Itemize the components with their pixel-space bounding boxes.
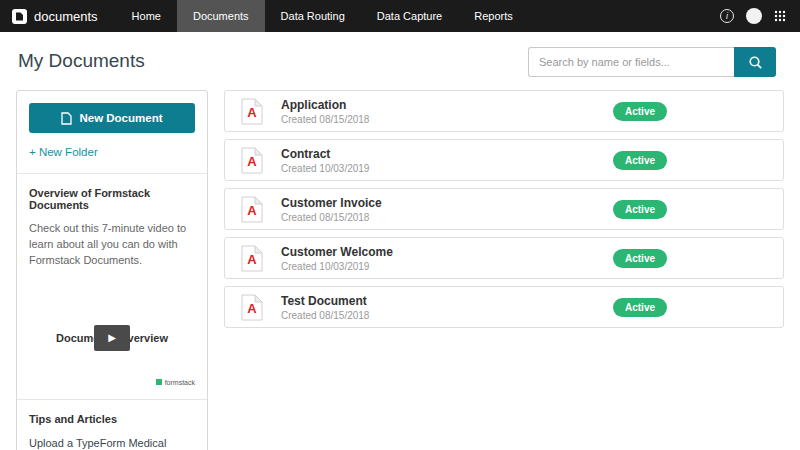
status-badge[interactable]: Active — [613, 249, 667, 268]
formstack-brand-label: formstack — [165, 379, 195, 386]
topnav-right: i — [720, 0, 800, 32]
pdf-icon: A — [241, 294, 263, 321]
document-created: Created 10/03/2019 — [281, 261, 393, 272]
document-info: Contract Created 10/03/2019 — [281, 147, 369, 174]
page-title: My Documents — [18, 50, 145, 72]
document-created: Created 10/03/2019 — [281, 163, 369, 174]
document-row[interactable]: A Customer Invoice Created 08/15/2018 Ac… — [224, 188, 784, 230]
document-name: Contract — [281, 147, 369, 161]
new-folder-link[interactable]: + New Folder — [29, 146, 98, 158]
new-document-button[interactable]: New Document — [29, 103, 195, 133]
new-document-label: New Document — [79, 112, 162, 124]
document-row[interactable]: A Application Created 08/15/2018 Active — [224, 90, 784, 132]
nav-items: Home Documents Data Routing Data Capture… — [116, 0, 529, 32]
search-icon — [748, 55, 763, 70]
overview-video: Documents Overview ▶ — [29, 305, 195, 371]
documents-logo-icon — [12, 9, 27, 24]
brand-label: documents — [34, 9, 98, 24]
new-document-icon — [61, 112, 72, 125]
nav-item-home[interactable]: Home — [116, 0, 177, 32]
pdf-icon: A — [241, 196, 263, 223]
search-bar — [528, 47, 776, 77]
status-badge[interactable]: Active — [613, 151, 667, 170]
document-row[interactable]: A Contract Created 10/03/2019 Active — [224, 139, 784, 181]
status-badge[interactable]: Active — [613, 102, 667, 121]
document-info: Application Created 08/15/2018 — [281, 98, 369, 125]
pdf-icon: A — [241, 245, 263, 272]
nav-item-data-routing[interactable]: Data Routing — [265, 0, 361, 32]
sidebar: New Document + New Folder Overview of Fo… — [16, 90, 208, 450]
info-icon[interactable]: i — [720, 9, 734, 23]
tips-link[interactable]: Upload a TypeForm Medical Patient Intake… — [29, 435, 195, 450]
document-name: Application — [281, 98, 369, 112]
top-navigation: documents Home Documents Data Routing Da… — [0, 0, 800, 32]
video-brand: formstack — [29, 379, 195, 386]
nav-item-reports[interactable]: Reports — [458, 0, 529, 32]
document-name: Customer Invoice — [281, 196, 382, 210]
search-button[interactable] — [734, 47, 776, 77]
apps-grid-icon[interactable] — [774, 10, 786, 22]
tips-heading: Tips and Articles — [29, 413, 195, 425]
document-created: Created 08/15/2018 — [281, 212, 382, 223]
pdf-icon: A — [241, 98, 263, 125]
divider — [17, 399, 207, 400]
status-badge[interactable]: Active — [613, 298, 667, 317]
divider — [17, 173, 207, 174]
pdf-icon: A — [241, 147, 263, 174]
play-button[interactable]: ▶ — [94, 325, 130, 351]
brand[interactable]: documents — [0, 0, 116, 32]
document-list: A Application Created 08/15/2018 Active … — [224, 90, 784, 335]
user-avatar[interactable] — [746, 8, 762, 24]
document-name: Customer Welcome — [281, 245, 393, 259]
document-info: Customer Invoice Created 08/15/2018 — [281, 196, 382, 223]
svg-text:A: A — [247, 154, 257, 169]
status-badge[interactable]: Active — [613, 200, 667, 219]
search-input[interactable] — [528, 47, 734, 77]
document-name: Test Document — [281, 294, 369, 308]
overview-heading: Overview of Formstack Documents — [29, 187, 195, 211]
document-created: Created 08/15/2018 — [281, 310, 369, 321]
overview-text: Check out this 7-minute video to learn a… — [29, 221, 195, 269]
document-row[interactable]: A Test Document Created 08/15/2018 Activ… — [224, 286, 784, 328]
nav-item-documents[interactable]: Documents — [177, 0, 265, 32]
document-info: Test Document Created 08/15/2018 — [281, 294, 369, 321]
document-info: Customer Welcome Created 10/03/2019 — [281, 245, 393, 272]
svg-text:A: A — [247, 301, 257, 316]
svg-text:A: A — [247, 105, 257, 120]
formstack-logo-icon — [156, 379, 162, 385]
svg-text:A: A — [247, 252, 257, 267]
document-row[interactable]: A Customer Welcome Created 10/03/2019 Ac… — [224, 237, 784, 279]
svg-text:A: A — [247, 203, 257, 218]
document-created: Created 08/15/2018 — [281, 114, 369, 125]
nav-item-data-capture[interactable]: Data Capture — [361, 0, 458, 32]
